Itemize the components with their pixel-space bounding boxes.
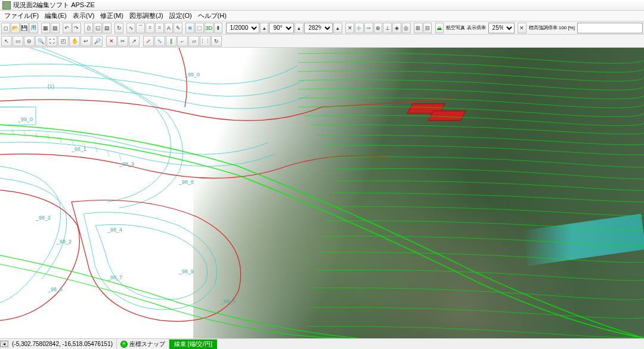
angle-up-icon[interactable]: ▴: [295, 23, 304, 33]
contour-label: _98_5: [48, 286, 63, 292]
mirror-icon[interactable]: ▱: [188, 36, 199, 47]
contour-label: _99_0: [185, 72, 200, 78]
titlebar: 現況面2編集ソフト APS-ZE: [0, 0, 644, 11]
trim-icon[interactable]: ✂: [117, 36, 128, 47]
pan-icon[interactable]: ✋: [69, 36, 80, 47]
contour-label: _98_2: [57, 239, 72, 245]
contour-label: _98_3: [119, 161, 134, 167]
zoom-in-icon[interactable]: 🔍: [35, 36, 46, 47]
svg-line-9: [119, 155, 121, 160]
contour-label: _98_1: [72, 146, 86, 152]
svg-line-2: [36, 132, 38, 138]
scroll-left-icon[interactable]: ◂: [0, 341, 8, 347]
extend-icon[interactable]: ↗: [129, 36, 140, 47]
close-tool-icon[interactable]: ✕: [345, 23, 354, 33]
zoom-out-icon[interactable]: ⊖: [24, 36, 35, 47]
app-title: 現況面2編集ソフト APS-ZE: [13, 1, 95, 10]
undo-icon[interactable]: ↶: [63, 23, 72, 33]
menubar: ファイル(F) 編集(E) 表示(V) 修正(M) 図形調整(J) 設定(O) …: [0, 11, 644, 21]
aerial-label: 航空写真 表示倍率: [444, 26, 487, 30]
status-coords: (-5,302.75802842, -16,518.05476151): [8, 339, 117, 349]
page-icon[interactable]: ▤: [103, 23, 112, 33]
snap-perp-icon[interactable]: ⊥: [383, 23, 392, 33]
snap-cen-icon[interactable]: ◎: [402, 23, 411, 33]
contour-label: _98_4: [107, 227, 122, 233]
text-icon[interactable]: A: [165, 23, 174, 33]
contour-label: _99_0: [18, 116, 33, 122]
zoom-fit-icon[interactable]: ⛶: [47, 36, 57, 47]
contour-label: _98_7: [107, 274, 122, 280]
scale-up-icon[interactable]: ▴: [260, 23, 269, 33]
svg-line-1: [24, 131, 26, 137]
app-icon: [2, 1, 11, 10]
polyline-icon[interactable]: ∿: [126, 23, 135, 33]
redo-icon[interactable]: ↷: [72, 23, 81, 33]
pointer-icon[interactable]: ↖: [1, 36, 12, 47]
canvas[interactable]: (1) _99_0 _98_1 _98_3 _98_6 _98_2 _98_2 …: [0, 48, 644, 338]
menu-view[interactable]: 表示(V): [70, 10, 98, 21]
open-icon[interactable]: 📂: [11, 23, 20, 33]
contour-label: _98_6: [179, 179, 194, 185]
status-snap[interactable]: 座標スナップ: [117, 339, 169, 349]
mesh-icon[interactable]: ⌗: [145, 23, 154, 33]
edit-icon[interactable]: ✎: [174, 23, 182, 33]
section-icon[interactable]: ⬍: [214, 23, 223, 33]
zoom-prev-icon[interactable]: ↩: [80, 36, 91, 47]
menu-edit[interactable]: 編集(E): [42, 10, 70, 21]
contour-label: _98_8: [221, 298, 236, 304]
statusbar: ◂ (-5,302.75802842, -16,518.05476151) 座標…: [0, 338, 644, 349]
mesh2-icon[interactable]: ⌗: [155, 23, 164, 33]
save-icon[interactable]: 💾: [20, 23, 29, 33]
surface-icon[interactable]: ⬚: [195, 23, 204, 33]
toolbar-2: ↖ ▭ ⊖ 🔍 ⛶ ◰ ✋ ↩ 🔎 ✕ ✂ ↗ ⤢ ⤡ ∥ ⌐ ▱ ⋮⋮ ↻: [0, 35, 644, 48]
snap-end-icon[interactable]: ⊹: [355, 23, 364, 33]
join-icon[interactable]: ⤡: [154, 36, 165, 47]
menu-modify[interactable]: 修正(M): [97, 10, 126, 21]
grid-icon[interactable]: ⊞: [414, 23, 423, 33]
grid2-icon[interactable]: ⊟: [423, 23, 432, 33]
select-rect-icon[interactable]: ▭: [13, 36, 23, 47]
rotate-icon[interactable]: ↻: [211, 36, 222, 47]
contour-icon[interactable]: ≋: [185, 23, 194, 33]
snap-near-icon[interactable]: ◈: [392, 23, 401, 33]
3d-icon[interactable]: 3D: [205, 23, 213, 33]
close2-icon[interactable]: ✕: [518, 23, 527, 33]
menu-settings[interactable]: 設定(O): [166, 10, 195, 21]
contour-label: (1): [48, 84, 54, 89]
menu-shape[interactable]: 図形調整(J): [126, 10, 166, 21]
terrain-icon[interactable]: ⛰: [435, 23, 444, 33]
zoom-win-icon[interactable]: ◰: [58, 36, 69, 47]
status-mode[interactable]: 線束 [端/交/円]: [169, 339, 217, 349]
zoom-combo[interactable]: 282%: [304, 23, 333, 33]
svg-line-7: [95, 146, 97, 152]
angle-combo[interactable]: 90°: [269, 23, 294, 33]
contour-overlay: [0, 48, 644, 338]
ratio-label: 標高強調倍率 100 [%]: [527, 26, 577, 30]
zoom-up-icon[interactable]: ▴: [333, 23, 342, 33]
delete-icon[interactable]: ✕: [106, 36, 117, 47]
break-icon[interactable]: ⤢: [143, 36, 154, 47]
color-icon[interactable]: ▨: [51, 23, 60, 33]
offset-icon[interactable]: ∥: [166, 36, 177, 47]
svg-line-8: [107, 150, 109, 156]
fillet-icon[interactable]: ⌐: [177, 36, 188, 47]
tool-calc-icon[interactable]: 用: [29, 23, 38, 33]
menu-file[interactable]: ファイル(F): [1, 10, 42, 21]
layer-icon[interactable]: ▦: [41, 23, 50, 33]
preview-icon[interactable]: ◱: [94, 23, 103, 33]
array-icon[interactable]: ⋮⋮: [200, 36, 210, 47]
ratio-input[interactable]: [577, 23, 643, 33]
contour-label: _98_2: [36, 215, 51, 221]
snap-mid-icon[interactable]: ⊸: [364, 23, 373, 33]
snap-int-icon[interactable]: ⊕: [374, 23, 383, 33]
toolbar-1: ◻ 📂 💾 用 ▦ ▨ ↶ ↷ ⎙ ◱ ▤ ↻ ∿ ⌒ ⌗ ⌗ A ✎ ≋ ⬚ …: [0, 21, 644, 35]
magnify-icon[interactable]: 🔎: [92, 36, 103, 47]
print-icon[interactable]: ⎙: [84, 23, 93, 33]
curve-icon[interactable]: ⌒: [136, 23, 145, 33]
refresh-icon[interactable]: ↻: [114, 23, 123, 33]
menu-help[interactable]: ヘルプ(H): [195, 10, 230, 21]
contour-label: _98_9: [179, 268, 194, 274]
new-icon[interactable]: ◻: [1, 23, 10, 33]
aerial-combo[interactable]: 25%: [488, 23, 515, 33]
scale-combo[interactable]: 1/2000: [226, 23, 259, 33]
